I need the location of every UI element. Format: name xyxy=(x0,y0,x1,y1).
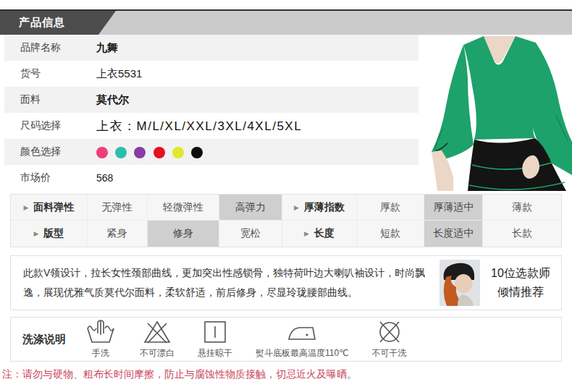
section-header-tab: 产品信息 xyxy=(0,11,116,35)
description-section: 此款V领设计，拉长女性颈部曲线，更加突出性感锁骨，独特荷叶边大喇叭袖设计，时尚飘… xyxy=(10,255,562,310)
table-row-item-number: 货号 上衣5531 xyxy=(4,61,419,87)
color-swatch-red[interactable] xyxy=(153,147,165,158)
arrow-icon: ▶ xyxy=(23,204,28,211)
table-row-brand: 品牌名称 九舞 xyxy=(4,35,419,61)
no-dry-clean-icon xyxy=(375,319,404,345)
stylist-recommendation-line1: 10位选款师 xyxy=(480,264,561,283)
wash-caption: 手洗 xyxy=(92,347,109,359)
table-row-color: 颜色选择 xyxy=(4,139,419,165)
wash-caption: 不可漂白 xyxy=(140,347,174,359)
product-photo xyxy=(421,36,572,191)
product-spec-table: 品牌名称 九舞 货号 上衣5531 面料 莫代尔 尺码选择 上衣：M/L/XL/… xyxy=(4,35,419,191)
item-number-value: 上衣5531 xyxy=(96,67,142,81)
table-row-fabric: 面料 莫代尔 xyxy=(4,87,419,113)
attr-option-long: 长款 xyxy=(483,221,561,247)
attr-header-fit: ▶ 版型 xyxy=(11,221,88,247)
brand-label: 品牌名称 xyxy=(4,41,96,54)
size-label: 尺码选择 xyxy=(4,119,96,132)
wash-caption: 不可干洗 xyxy=(372,347,407,359)
attr-option-short: 短款 xyxy=(357,221,425,247)
wash-caption: 熨斗底板最高温度110℃ xyxy=(256,347,349,359)
iron-max-110-icon xyxy=(287,319,317,345)
attr-header-elasticity: ▶ 面料弹性 xyxy=(11,195,88,221)
price-label: 市场价 xyxy=(4,171,96,184)
stylist-recommendation: 10位选款师 倾情推荐 xyxy=(480,264,561,302)
page-title: 产品信息 xyxy=(0,16,65,30)
attr-option-high-stretch-selected: 高弹力 xyxy=(219,195,282,221)
stylist-recommendation-line2: 倾情推荐 xyxy=(480,283,561,302)
attr-option-no-stretch: 无弹性 xyxy=(88,195,148,221)
stylist-photo xyxy=(439,260,480,306)
wash-item-iron-max-110: 熨斗底板最高温度110℃ xyxy=(256,319,349,359)
price-value: 568 xyxy=(96,172,113,184)
color-swatch-pink[interactable] xyxy=(96,147,108,158)
attr-header-label: 面料弹性 xyxy=(33,201,74,214)
wash-item-no-bleach: 不可漂白 xyxy=(140,319,174,359)
washing-instructions-section: 洗涤说明 手洗 不可漂白 悬挂晾干 xyxy=(10,317,562,362)
attr-header-label: 厚薄指数 xyxy=(304,201,345,214)
attr-option-slight-stretch: 轻微弹性 xyxy=(148,195,220,221)
attr-header-label: 长度 xyxy=(314,227,335,240)
color-swatch-teal[interactable] xyxy=(115,147,127,158)
washing-instructions-label: 洗涤说明 xyxy=(11,333,85,346)
size-value: 上衣：M/L/XL/XXL/3XL/4XL/5XL xyxy=(96,118,302,135)
description-text: 此款V领设计，拉长女性颈部曲线，更加突出性感锁骨，独特荷叶边大喇叭袖设计，时尚飘… xyxy=(11,263,439,302)
product-photo-illustration xyxy=(421,36,572,191)
color-label: 颜色选择 xyxy=(4,145,96,158)
color-swatch-purple[interactable] xyxy=(134,147,146,158)
color-swatches xyxy=(96,145,207,158)
table-row-price: 市场价 568 xyxy=(4,165,419,191)
wash-item-hand-wash: 手洗 xyxy=(85,319,117,359)
color-swatch-yellow[interactable] xyxy=(172,147,184,158)
stylist-photo-illustration xyxy=(439,260,480,306)
wash-item-hang-dry: 悬挂晾干 xyxy=(198,319,232,359)
attr-option-medium-length-selected: 长度适中 xyxy=(424,221,483,247)
brand-value: 九舞 xyxy=(96,41,118,55)
attr-option-thick: 厚款 xyxy=(357,195,425,221)
arrow-icon: ▶ xyxy=(33,230,38,237)
fabric-value: 莫代尔 xyxy=(96,93,129,107)
attr-option-tight: 紧身 xyxy=(88,221,148,247)
item-number-label: 货号 xyxy=(4,67,96,80)
section-header: 产品信息 xyxy=(0,11,572,35)
no-bleach-icon xyxy=(143,319,172,345)
attr-option-slim-selected: 修身 xyxy=(148,221,220,247)
hang-dry-icon xyxy=(202,319,228,345)
hand-wash-icon xyxy=(85,319,117,345)
arrow-icon: ▶ xyxy=(294,204,299,211)
attr-header-thickness: ▶ 厚薄指数 xyxy=(282,195,357,221)
care-warning-note: 注：请勿与硬物、粗布长时间摩擦，防止与腐蚀性物质接触，切忌近火及曝晒。 xyxy=(2,368,572,381)
color-swatch-black[interactable] xyxy=(191,147,203,158)
attr-option-medium-thickness-selected: 厚薄适中 xyxy=(424,195,483,221)
attr-option-loose: 宽松 xyxy=(219,221,282,247)
fabric-attributes-table: ▶ 面料弹性 无弹性 轻微弹性 高弹力 ▶ 厚薄指数 厚款 厚薄适中 薄款 ▶ … xyxy=(10,194,562,247)
wash-caption: 悬挂晾干 xyxy=(198,347,232,359)
arrow-icon: ▶ xyxy=(304,230,309,237)
attr-header-label: 版型 xyxy=(43,227,64,240)
wash-item-no-dry-clean: 不可干洗 xyxy=(372,319,407,359)
product-info-section: 品牌名称 九舞 货号 上衣5531 面料 莫代尔 尺码选择 上衣：M/L/XL/… xyxy=(0,35,572,191)
table-row-size: 尺码选择 上衣：M/L/XL/XXL/3XL/4XL/5XL xyxy=(4,113,419,139)
attr-header-length: ▶ 长度 xyxy=(282,221,357,247)
fabric-label: 面料 xyxy=(4,93,96,106)
attr-option-thin: 薄款 xyxy=(483,195,561,221)
